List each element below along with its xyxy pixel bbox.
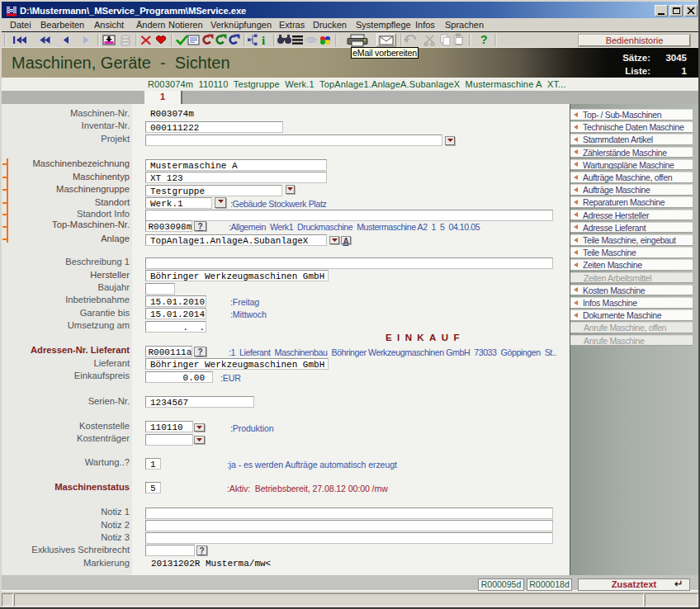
svg-text:?: ? — [480, 33, 488, 46]
svg-text:i: i — [262, 34, 265, 47]
